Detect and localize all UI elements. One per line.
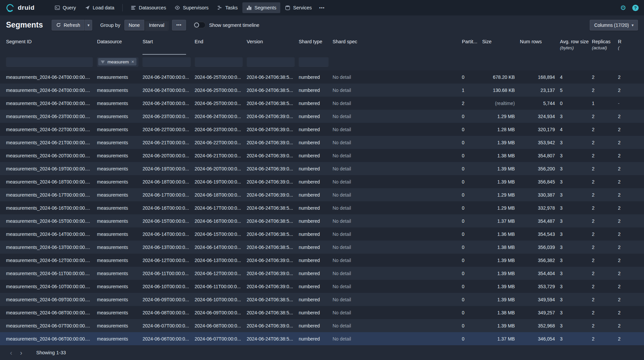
cell-partition: 0 [462, 258, 482, 263]
nav-item-datasources[interactable]: Datasources [127, 2, 170, 13]
nav-item-query[interactable]: Query [51, 2, 80, 13]
cell-shard_spec: No detail [333, 258, 462, 263]
cell-end: 2024-06-15T00:00:0... [194, 232, 246, 237]
cell-end: 2024-06-09T00:00:0... [194, 310, 246, 315]
filter-text-input-shard_type[interactable] [300, 59, 327, 65]
filter-text-input-start[interactable] [144, 59, 189, 65]
nav-more-button[interactable]: ••• [316, 5, 328, 10]
next-page-button[interactable]: › [16, 348, 26, 358]
cell-start: 2024-06-23T00:00:0... [142, 114, 194, 119]
settings-gear-icon[interactable]: ⚙ [620, 4, 626, 11]
cell-size: (realtime) [482, 101, 520, 106]
table-row[interactable]: measurements_2024-06-11T00:00:00....meas… [0, 267, 644, 280]
column-header-replication[interactable]: R( [618, 39, 644, 55]
column-header-version[interactable]: Version [247, 39, 299, 55]
filter-text-input-segment_id[interactable] [7, 59, 92, 65]
column-header-shard_spec[interactable]: Shard spec [333, 39, 462, 55]
column-header-avg_row_size[interactable]: Avg. row size(bytes) [560, 39, 592, 55]
column-header-label: Size [482, 39, 491, 44]
column-header-size[interactable]: Size [482, 39, 520, 55]
table-row[interactable]: measurements_2024-06-12T00:00:00....meas… [0, 254, 644, 267]
cell-replicas: 2 [592, 323, 618, 328]
filter-input-shard_type[interactable] [299, 57, 329, 67]
table-row[interactable]: measurements_2024-06-18T00:00:00....meas… [0, 175, 644, 188]
column-header-end[interactable]: End [195, 39, 247, 55]
table-row[interactable]: measurements_2024-06-23T00:00:00....meas… [0, 110, 644, 123]
prev-page-button[interactable]: ‹ [6, 348, 16, 358]
column-header-label: Segment ID [6, 39, 32, 44]
table-row[interactable]: measurements_2024-06-08T00:00:00....meas… [0, 306, 644, 319]
cell-replicas: 2 [592, 114, 618, 119]
table-row[interactable]: measurements_2024-06-24T00:00:00....meas… [0, 97, 644, 110]
cell-replication: 2 [618, 284, 644, 289]
table-row[interactable]: measurements_2024-06-24T00:00:00....meas… [0, 84, 644, 97]
cell-shard_type: numbered [299, 245, 333, 250]
table-row[interactable]: measurements_2024-06-09T00:00:00....meas… [0, 293, 644, 306]
cell-replicas: 2 [592, 336, 618, 342]
filter-input-version[interactable] [247, 57, 295, 67]
cell-version: 2024-06-24T06:39:0... [247, 153, 299, 158]
cell-segment_id: measurements_2024-06-16T00:00:00.... [6, 205, 97, 211]
table-row[interactable]: measurements_2024-06-13T00:00:00....meas… [0, 241, 644, 254]
table-row[interactable]: measurements_2024-06-19T00:00:00....meas… [0, 162, 644, 175]
table-row[interactable]: measurements_2024-06-24T00:00:00....meas… [0, 70, 644, 84]
filter-input-segment_id[interactable] [6, 57, 93, 67]
nav-item-tasks[interactable]: Tasks [213, 2, 242, 13]
filter-cell-shard_type [299, 57, 333, 70]
column-header-replicas[interactable]: Replicas(actual) [592, 39, 618, 55]
cell-start: 2024-06-09T00:00:0... [142, 297, 194, 302]
columns-picker-button[interactable]: Columns (17/20) ▾ [590, 20, 638, 31]
table-row[interactable]: measurements_2024-06-17T00:00:00....meas… [0, 188, 644, 201]
cell-replicas: 2 [592, 218, 618, 224]
column-header-segment_id[interactable]: Segment ID [6, 39, 97, 55]
filter-text-input-version[interactable] [248, 59, 293, 65]
table-row[interactable]: measurements_2024-06-14T00:00:00....meas… [0, 227, 644, 241]
nav-item-services[interactable]: Services [281, 2, 316, 13]
cell-partition: 1 [462, 88, 482, 93]
nav-item-supervisors[interactable]: Supervisors [171, 2, 213, 13]
group-by-none-button[interactable]: None [124, 20, 144, 31]
cell-end: 2024-06-07T00:00:0... [194, 336, 246, 342]
table-row[interactable]: measurements_2024-06-15T00:00:00....meas… [0, 214, 644, 227]
refresh-caret-button[interactable]: ▾ [85, 20, 92, 31]
column-header-shard_type[interactable]: Shard type [299, 39, 333, 55]
table-row[interactable]: measurements_2024-06-22T00:00:00....meas… [0, 123, 644, 136]
table-row[interactable]: measurements_2024-06-10T00:00:00....meas… [0, 280, 644, 293]
filter-input-end[interactable] [195, 57, 243, 67]
cell-datasource: measurements [97, 74, 142, 80]
filter-tag-text: measurem [107, 59, 129, 64]
refresh-button[interactable]: Refresh [52, 20, 84, 31]
filter-input-datasource[interactable]: measurem✕ [97, 57, 138, 67]
table-row[interactable]: measurements_2024-06-07T00:00:00....meas… [0, 319, 644, 332]
column-header-num_rows[interactable]: Num rows [520, 39, 560, 55]
filter-text-input-end[interactable] [196, 59, 241, 65]
segment-timeline-toggle[interactable]: Show segment timeline [193, 22, 259, 28]
help-icon[interactable]: ? [632, 5, 639, 11]
cell-shard_type: numbered [299, 114, 333, 119]
pagination-bar: ‹ › Showing 1-33 [0, 345, 644, 360]
group-by-interval-button[interactable]: Interval [144, 20, 169, 31]
nav-item-segments[interactable]: Segments [242, 2, 280, 13]
cell-version: 2024-06-24T06:38:5... [247, 310, 299, 315]
filter-input-start[interactable] [142, 57, 190, 67]
remove-filter-icon[interactable]: ✕ [131, 60, 134, 64]
more-options-button[interactable]: ••• [172, 20, 186, 31]
column-header-label: Num rows [520, 39, 542, 44]
cell-start: 2024-06-22T00:00:0... [142, 127, 194, 132]
table-row[interactable]: measurements_2024-06-21T00:00:00....meas… [0, 136, 644, 149]
cell-num_rows: 168,894 [520, 74, 560, 80]
column-header-partition[interactable]: Partit... [462, 39, 482, 55]
column-header-start[interactable]: Start [142, 39, 194, 55]
cell-end: 2024-06-17T00:00:0... [194, 205, 246, 211]
filter-cell-shard_spec [333, 57, 462, 70]
cell-partition: 0 [462, 284, 482, 289]
table-row[interactable]: measurements_2024-06-06T00:00:00....meas… [0, 332, 644, 345]
datasource-filter-tag[interactable]: measurem✕ [98, 58, 136, 65]
table-row[interactable]: measurements_2024-06-20T00:00:00....meas… [0, 149, 644, 162]
nav-item-load-data[interactable]: Load data [81, 2, 119, 13]
column-header-label: Replicas [592, 39, 610, 44]
column-header-datasource[interactable]: Datasource [97, 39, 142, 55]
druid-brand[interactable]: druid [5, 3, 35, 12]
cell-segment_id: measurements_2024-06-20T00:00:00.... [6, 153, 97, 158]
table-row[interactable]: measurements_2024-06-16T00:00:00....meas… [0, 201, 644, 214]
